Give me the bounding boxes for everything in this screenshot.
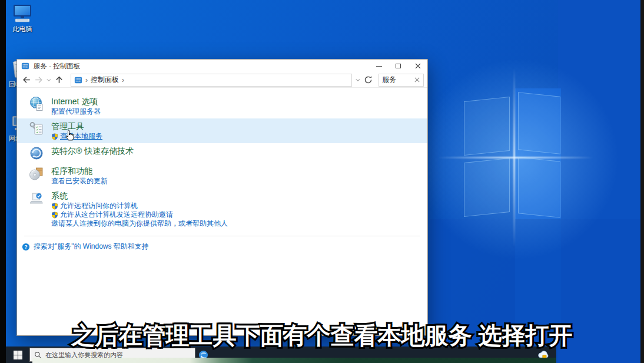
search-box[interactable]: 服务 — [379, 74, 424, 87]
search-result-3: 英特尔® 快速存储技术 — [17, 143, 427, 163]
start-button[interactable] — [6, 346, 29, 363]
letterbox-bar-left — [0, 0, 6, 363]
admin-tools-icon — [29, 121, 44, 136]
close-button[interactable] — [408, 60, 427, 72]
refresh-icon[interactable] — [363, 75, 373, 85]
control-panel-window: 服务 - 控制面板 › 控制面板 › — [16, 59, 428, 336]
windows-logo-wallpaper — [464, 88, 564, 230]
search-input[interactable]: 服务 — [382, 75, 396, 85]
search-result-4: 程序和功能查看已安装的更新 — [17, 163, 427, 188]
search-result-2: 管理工具查看本地服务 — [17, 118, 427, 143]
result-title[interactable]: 管理工具 — [51, 121, 102, 132]
recent-pages-dropdown[interactable] — [45, 75, 52, 85]
maximize-button[interactable] — [389, 60, 408, 72]
result-task-link[interactable]: 查看已安装的更新 — [51, 177, 108, 186]
video-progress-strip — [32, 358, 556, 363]
desktop-icon-label: 此电脑 — [7, 25, 38, 34]
internet-options-icon — [29, 96, 44, 111]
system-icon — [29, 190, 44, 206]
search-result-1: Internet 选项配置代理服务器 — [17, 94, 427, 118]
close-icon — [415, 63, 421, 69]
window-title: 服务 - 控制面板 — [34, 62, 80, 71]
desktop-icon-this-pc[interactable]: 此电脑 — [7, 4, 38, 34]
intel-rst-icon — [29, 146, 44, 161]
result-task-link[interactable]: 配置代理服务器 — [51, 107, 101, 116]
uac-shield-icon — [51, 212, 58, 219]
address-bar: › 控制面板 › 服务 — [17, 72, 427, 88]
control-panel-icon — [21, 62, 29, 70]
clear-search-icon[interactable] — [414, 77, 420, 83]
help-icon — [22, 243, 30, 251]
help-link-row[interactable]: 搜索对"服务"的 Windows 帮助和支持 — [17, 236, 427, 252]
mouse-cursor-hand — [65, 129, 75, 141]
breadcrumb-item-control-panel[interactable]: 控制面板 — [91, 75, 119, 85]
result-title[interactable]: 系统 — [51, 190, 228, 202]
window-titlebar[interactable]: 服务 - 控制面板 — [17, 60, 427, 72]
minimize-icon — [376, 66, 382, 67]
uac-shield-icon — [51, 133, 58, 140]
maximize-icon — [396, 64, 401, 68]
search-results-list: Internet 选项配置代理服务器管理工具查看本地服务英特尔® 快速存储技术程… — [17, 94, 427, 230]
address-dropdown[interactable] — [354, 75, 361, 85]
result-title[interactable]: 程序和功能 — [51, 166, 108, 177]
result-task-link[interactable]: 查看本地服务 — [51, 132, 102, 141]
breadcrumb-separator: › — [85, 76, 88, 84]
this-pc-icon — [11, 4, 34, 24]
windows-start-icon — [14, 351, 22, 359]
windows-help-link[interactable]: 搜索对"服务"的 Windows 帮助和支持 — [34, 242, 149, 252]
breadcrumb-separator: › — [122, 76, 124, 84]
subtitle-text: 之后在管理工具下面有个查看本地服务 选择打开 — [0, 322, 644, 349]
breadcrumb[interactable]: › 控制面板 › — [71, 74, 352, 87]
video-frame: 此电脑 回收站 网络 服务 - 控制面板 — [0, 0, 644, 363]
result-task-link[interactable]: 允许从这台计算机发送远程协助邀请 — [51, 210, 228, 219]
minimize-button[interactable] — [369, 60, 389, 72]
result-title[interactable]: 英特尔® 快速存储技术 — [51, 146, 134, 157]
forward-button[interactable] — [34, 75, 44, 85]
up-button[interactable] — [54, 75, 64, 85]
result-title[interactable]: Internet 选项 — [51, 96, 101, 107]
programs-features-icon — [29, 166, 44, 181]
back-button[interactable] — [22, 75, 32, 85]
control-panel-icon — [74, 76, 82, 84]
video-subtitle: 之后在管理工具下面有个查看本地服务 选择打开 之后在管理工具下面有个查看本地服务… — [0, 322, 644, 349]
search-result-5: 系统允许远程访问你的计算机允许从这台计算机发送远程协助邀请邀请某人连接到你的电脑… — [17, 188, 427, 230]
letterbox-bar-right — [640, 0, 644, 363]
uac-shield-icon — [51, 203, 58, 210]
search-results-panel: Internet 选项配置代理服务器管理工具查看本地服务英特尔® 快速存储技术程… — [17, 88, 427, 252]
result-task-link[interactable]: 允许远程访问你的计算机 — [51, 202, 228, 210]
result-task-link[interactable]: 邀请某人连接到你的电脑为你提供帮助，或者帮助其他人 — [51, 219, 228, 228]
